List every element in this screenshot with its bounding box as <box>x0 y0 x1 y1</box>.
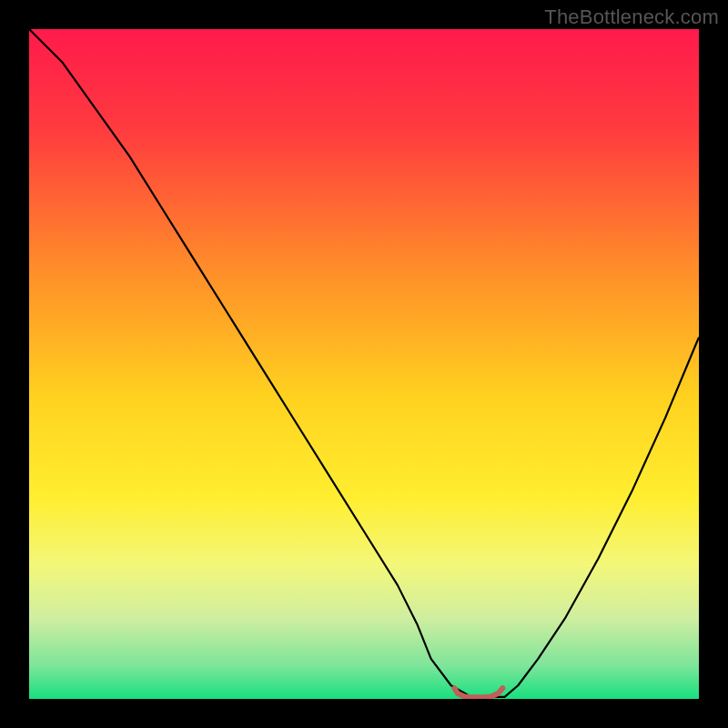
plot-area <box>29 29 699 699</box>
watermark-text: TheBottleneck.com <box>544 5 719 29</box>
bottleneck-chart <box>29 29 699 699</box>
chart-frame: TheBottleneck.com <box>0 0 728 728</box>
gradient-background <box>29 29 699 699</box>
